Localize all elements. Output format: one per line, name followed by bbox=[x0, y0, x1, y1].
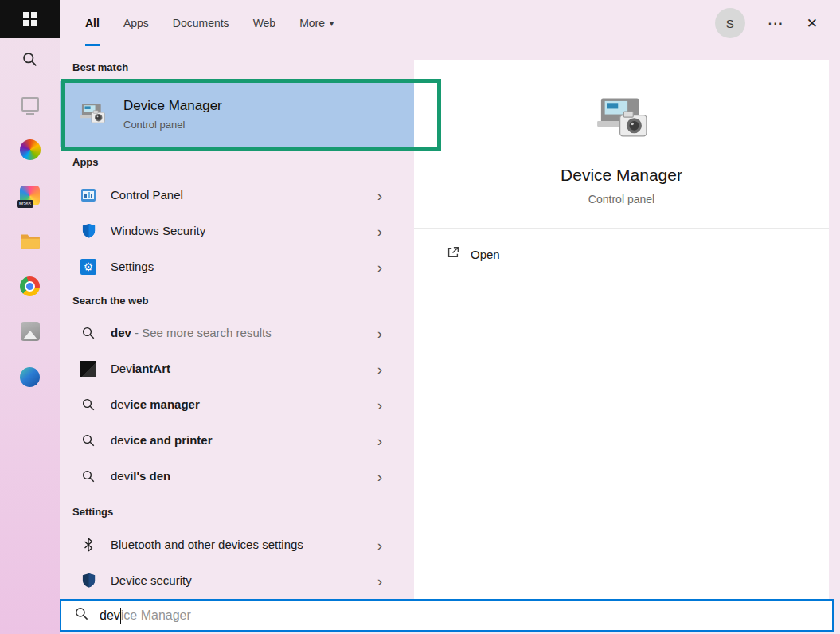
chrome-icon[interactable] bbox=[20, 276, 41, 296]
result-row-control-panel[interactable]: Control Panel › bbox=[60, 177, 414, 213]
search-icon bbox=[80, 397, 97, 412]
tab-all[interactable]: All bbox=[85, 0, 100, 46]
chevron-right-icon[interactable]: › bbox=[377, 537, 382, 552]
query-text: dev bbox=[111, 433, 130, 447]
query-text: Dev bbox=[111, 362, 132, 375]
query-text: dev bbox=[111, 326, 131, 339]
result-label: Device security bbox=[111, 573, 192, 587]
apps-rows: Control Panel › Windows Security › ⚙ Set… bbox=[60, 177, 414, 284]
search-input[interactable]: dev ice Manager bbox=[60, 599, 834, 632]
web-suggestion-row-deviantart[interactable]: DeviantArt › bbox=[60, 350, 414, 386]
detail-title: Device Manager bbox=[561, 166, 682, 185]
chevron-right-icon[interactable]: › bbox=[377, 468, 382, 483]
m365-badge: M365 bbox=[17, 200, 33, 208]
result-label: Windows Security bbox=[111, 224, 205, 237]
chevron-right-icon[interactable]: › bbox=[377, 325, 382, 340]
detail-divider bbox=[414, 228, 829, 229]
best-match-subtitle: Control panel bbox=[123, 119, 222, 131]
device-manager-icon-large bbox=[592, 96, 652, 145]
result-label: Control Panel bbox=[111, 188, 183, 202]
result-row-settings[interactable]: ⚙ Settings › bbox=[60, 249, 414, 284]
open-label: Open bbox=[471, 248, 500, 261]
start-button[interactable] bbox=[0, 0, 60, 38]
search-results-list: Best match Device Manager Control panel … bbox=[60, 46, 414, 599]
bluetooth-devices-icon bbox=[80, 538, 97, 552]
chevron-right-icon[interactable]: › bbox=[377, 397, 382, 412]
photos-icon[interactable] bbox=[20, 321, 41, 342]
result-row-windows-security[interactable]: Windows Security › bbox=[60, 213, 414, 249]
detail-subtitle: Control panel bbox=[588, 193, 654, 205]
open-external-icon bbox=[446, 245, 460, 263]
search-icon bbox=[74, 606, 89, 624]
chevron-right-icon[interactable]: › bbox=[377, 361, 382, 376]
search-filter-bar: All Apps Documents Web More ▾ S ⋯ ✕ bbox=[60, 0, 840, 46]
section-header-settings: Settings bbox=[72, 506, 414, 518]
section-header-search-web: Search the web bbox=[72, 295, 414, 307]
query-text: dev bbox=[111, 469, 130, 483]
section-header-best-match: Best match bbox=[72, 61, 414, 73]
suggestion-text: - See more search results bbox=[131, 326, 272, 339]
options-icon[interactable]: ⋯ bbox=[768, 14, 784, 33]
folder-icon[interactable] bbox=[20, 230, 41, 251]
tab-apps[interactable]: Apps bbox=[123, 0, 149, 46]
tab-more[interactable]: More ▾ bbox=[299, 0, 334, 46]
topbar-actions: S ⋯ ✕ bbox=[715, 0, 840, 46]
chevron-right-icon[interactable]: › bbox=[377, 432, 382, 448]
tab-web[interactable]: Web bbox=[253, 0, 276, 46]
filter-tabs: All Apps Documents Web More ▾ bbox=[60, 0, 334, 46]
result-detail-panel: Device Manager Control panel Open bbox=[414, 60, 829, 599]
control-panel-icon bbox=[80, 187, 97, 203]
pinned-device-icon[interactable] bbox=[20, 94, 41, 115]
settings-rows: Bluetooth and other devices settings › D… bbox=[60, 526, 414, 598]
web-suggestion-row-device-manager[interactable]: device manager › bbox=[60, 386, 414, 422]
m365-icon[interactable]: M365 bbox=[20, 185, 41, 205]
web-suggestion-row-devils-den[interactable]: devil's den › bbox=[60, 458, 414, 494]
suggestion-text: il's den bbox=[130, 469, 170, 483]
chevron-down-icon: ▾ bbox=[330, 19, 334, 28]
search-text: dev ice Manager bbox=[100, 608, 191, 624]
close-icon[interactable]: ✕ bbox=[807, 15, 818, 32]
shield-icon bbox=[80, 223, 97, 238]
office-icon[interactable] bbox=[20, 139, 41, 160]
settings-row-device-security[interactable]: Device security › bbox=[60, 562, 414, 598]
chevron-right-icon[interactable]: › bbox=[377, 223, 382, 238]
device-security-shield-icon bbox=[80, 573, 97, 588]
device-manager-icon bbox=[77, 103, 107, 126]
windows-search-panel: M365 All Apps Documents Web More ▾ S bbox=[0, 0, 840, 634]
inline-suggestion: ice Manager bbox=[121, 609, 191, 623]
suggestion-text: ice and printer bbox=[130, 433, 212, 447]
best-match-result[interactable]: Device Manager Control panel bbox=[60, 81, 414, 147]
tab-documents[interactable]: Documents bbox=[173, 0, 229, 46]
windows-logo-icon bbox=[23, 12, 37, 26]
gear-icon: ⚙ bbox=[80, 259, 97, 275]
search-icon bbox=[80, 469, 97, 483]
sidebar-icon-list: M365 bbox=[0, 38, 60, 412]
suggestion-text: iantArt bbox=[132, 362, 170, 375]
query-text: dev bbox=[111, 397, 130, 411]
edge-icon[interactable] bbox=[20, 366, 41, 387]
open-action[interactable]: Open bbox=[446, 245, 500, 263]
settings-row-bluetooth[interactable]: Bluetooth and other devices settings › bbox=[60, 526, 414, 562]
taskbar-sidebar: M365 bbox=[0, 0, 60, 634]
typed-query: dev bbox=[100, 609, 120, 623]
search-icon bbox=[80, 433, 97, 448]
section-header-apps: Apps bbox=[72, 156, 414, 168]
result-label: Settings bbox=[111, 260, 154, 273]
web-rows: dev - See more search results › DeviantA… bbox=[60, 315, 414, 494]
search-icon bbox=[80, 326, 97, 340]
result-label: Bluetooth and other devices settings bbox=[111, 538, 303, 551]
chevron-right-icon[interactable]: › bbox=[377, 187, 382, 202]
web-suggestion-row-see-more[interactable]: dev - See more search results › bbox=[60, 315, 414, 350]
best-match-title: Device Manager bbox=[123, 98, 222, 114]
search-icon[interactable] bbox=[20, 49, 41, 69]
suggestion-text: ice manager bbox=[130, 397, 200, 411]
deviantart-icon bbox=[80, 361, 97, 377]
account-avatar[interactable]: S bbox=[715, 8, 745, 38]
web-suggestion-row-device-and-printer[interactable]: device and printer › bbox=[60, 422, 414, 458]
tab-more-label: More bbox=[299, 17, 325, 29]
chevron-right-icon[interactable]: › bbox=[377, 573, 382, 588]
chevron-right-icon[interactable]: › bbox=[377, 259, 382, 274]
